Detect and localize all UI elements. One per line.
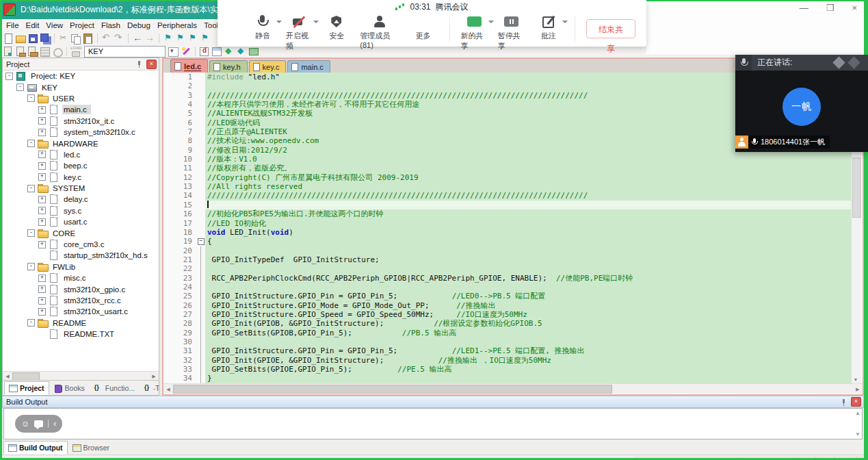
bookmark-icon[interactable] — [162, 33, 174, 44]
code-line[interactable]: 16//初始化PB5和PE5为输出口.并使能这两个口的时钟 — [163, 209, 863, 218]
tree-item-fwlib[interactable]: -FWLib — [3, 261, 159, 272]
bookmark-next-icon[interactable] — [187, 33, 199, 44]
menu-item-file[interactable]: File — [3, 21, 23, 29]
debug-icon[interactable] — [198, 46, 211, 58]
stop-build-icon[interactable] — [51, 46, 64, 58]
nav-forward-icon[interactable] — [144, 33, 156, 44]
code-line[interactable]: 13//All rights reserved — [163, 182, 863, 191]
tree-expander-icon[interactable]: - — [27, 140, 35, 147]
tree-item-hardware[interactable]: -HARDWARE — [3, 138, 159, 149]
tree-item-system[interactable]: -SYSTEM — [3, 183, 159, 194]
scroll-down-icon[interactable]: ▼ — [852, 376, 860, 383]
menu-item-view[interactable]: View — [42, 21, 66, 29]
menu-item-project[interactable]: Project — [66, 21, 98, 29]
copy-icon[interactable] — [70, 33, 82, 44]
scroll-down-icon[interactable]: ▼ — [855, 431, 860, 437]
tree-expander-icon[interactable]: - — [27, 185, 35, 192]
emoji-reaction-icon[interactable]: ☺ — [21, 419, 29, 429]
pin-icon[interactable] — [841, 398, 847, 406]
load-icon[interactable] — [70, 46, 82, 58]
output-tab-build-output[interactable]: Build Output — [3, 441, 68, 455]
tree-item-readme[interactable]: -README — [3, 318, 159, 329]
tree-expander-icon[interactable]: + — [38, 162, 46, 170]
open-folder-icon[interactable] — [14, 33, 27, 44]
tree-item-readme-txt[interactable]: +README.TXT — [3, 329, 159, 340]
panel-tab-project[interactable]: Project — [4, 381, 49, 395]
tree-item-system-stm32f10x-c[interactable]: +system_stm32f10x.c — [3, 127, 159, 138]
code-line[interactable]: 17//LED IO初始化 — [163, 219, 863, 228]
tree-item-stm32f10x-rcc-c[interactable]: +stm32f10x_rcc.c — [3, 295, 159, 306]
tree-expander-icon[interactable]: + — [38, 173, 46, 181]
panel-tab-books[interactable]: Books — [49, 381, 90, 395]
chevron-down-icon[interactable] — [562, 21, 568, 23]
tree-expander-icon[interactable]: - — [27, 229, 35, 237]
tree-expander-icon[interactable]: + — [38, 308, 46, 316]
code-line[interactable]: 24 — [163, 283, 863, 292]
tree-item-sys-c[interactable]: +sys.c — [3, 205, 159, 216]
tree-expander-icon[interactable]: + — [38, 274, 46, 282]
new-file-icon[interactable] — [2, 33, 14, 44]
editor-hscrollbar[interactable]: ◀ ▶ — [163, 383, 863, 394]
rebuild-icon[interactable] — [27, 46, 39, 58]
code-line[interactable]: 25 GPIO_InitStructure.GPIO_Pin = GPIO_Pi… — [163, 292, 863, 301]
scroll-up-icon[interactable]: ▲ — [855, 410, 860, 416]
code-line[interactable]: 21 GPIO_InitTypeDef GPIO_InitStructure; — [163, 255, 863, 264]
tree-item-key[interactable]: -KEY — [3, 81, 159, 92]
meeting-button-members[interactable]: 管理成员(81) — [360, 15, 399, 49]
panel-tab-functio-[interactable]: Functio... — [90, 381, 140, 395]
chevron-down-icon[interactable] — [313, 21, 319, 23]
tree-item-core-cm3-c[interactable]: +core_cm3.c — [3, 239, 159, 250]
build-icon[interactable] — [14, 46, 27, 58]
cut-icon[interactable] — [57, 33, 70, 44]
scroll-left-icon[interactable]: ◀ — [3, 372, 12, 379]
collapse-pill-icon[interactable]: ‹ — [53, 419, 56, 429]
code-line[interactable]: 18void LED_Init(void) — [163, 228, 863, 237]
meeting-button-annotate[interactable]: 批注 — [535, 15, 562, 41]
translate-icon[interactable] — [2, 46, 14, 58]
tree-item-led-c[interactable]: +led.c — [3, 149, 159, 160]
editor-tab-main-c[interactable]: main.c — [287, 60, 330, 73]
code-line[interactable]: 12//Copyright(C) 广州市星翼电子科技有限公司 2009-2019 — [163, 173, 863, 182]
scroll-left-icon[interactable]: ◀ — [164, 385, 172, 392]
code-line[interactable]: 29 GPIO_SetBits(GPIOB,GPIO_Pin_5); //PB.… — [163, 329, 863, 337]
meeting-button-security-shield[interactable]: 安全 — [323, 15, 350, 41]
code-line[interactable]: 30 — [163, 337, 863, 346]
editor-tab-key-h[interactable]: key.h — [209, 60, 247, 73]
meeting-button-more-dots[interactable]: 更多 — [410, 15, 437, 41]
video-tile[interactable]: 一帆 1806014401张一帆 — [735, 71, 868, 152]
tree-item-key-c[interactable]: +key.c — [3, 172, 159, 183]
code-line[interactable]: 32 GPIO_Init(GPIOE, &GPIO_InitStructure)… — [163, 356, 863, 365]
tree-item-project-key[interactable]: -Project: KEY — [3, 71, 159, 81]
tree-expander-icon[interactable]: + — [38, 241, 46, 248]
scroll-right-icon[interactable]: ▶ — [854, 385, 862, 392]
tree-item-usart-c[interactable]: +usart.c — [3, 216, 159, 227]
chevron-down-icon[interactable] — [488, 21, 494, 23]
tree-expander-icon[interactable]: - — [5, 73, 13, 80]
code-line[interactable]: 14//////////////////////////////////////… — [163, 191, 863, 200]
tree-expander-icon[interactable]: + — [38, 117, 46, 125]
code-line[interactable]: 19−{ — [163, 237, 863, 246]
code-line[interactable]: 33 GPIO_SetBits(GPIOE,GPIO_Pin_5); //PE.… — [163, 365, 863, 374]
code-line[interactable]: 34} — [163, 374, 863, 383]
redo-icon[interactable] — [113, 33, 125, 44]
tree-expander-icon[interactable]: - — [27, 319, 35, 327]
tree-expander-icon[interactable]: + — [38, 218, 46, 226]
tree-expander-icon[interactable]: - — [27, 263, 35, 270]
pin-icon[interactable] — [137, 60, 142, 68]
tree-item-core[interactable]: -CORE — [3, 227, 159, 238]
code-line[interactable]: 11//版权所有，盗版必究。 — [163, 164, 863, 172]
tree-expander-icon[interactable]: + — [38, 129, 46, 136]
menu-item-peripherals[interactable]: Peripherals — [154, 21, 200, 29]
tree-expander-icon[interactable]: + — [38, 196, 46, 203]
paste-icon[interactable] — [82, 33, 94, 44]
project-tree-hscrollbar[interactable]: ◀ ▶ — [3, 371, 159, 381]
target-dropdown-icon[interactable] — [168, 46, 180, 58]
menu-item-debug[interactable]: Debug — [124, 21, 154, 29]
tree-expander-icon[interactable]: + — [38, 106, 46, 114]
tree-expander-icon[interactable]: + — [38, 151, 46, 158]
tree-expander-icon[interactable]: + — [38, 297, 46, 305]
tree-item-stm32f10x-usart-c[interactable]: +stm32f10x_usart.c — [3, 306, 159, 317]
target-select[interactable]: KEY — [84, 46, 166, 58]
editor-tab-led-c[interactable]: led.c — [170, 59, 208, 73]
meeting-button-camera-off[interactable]: 开启视频 — [286, 15, 313, 51]
